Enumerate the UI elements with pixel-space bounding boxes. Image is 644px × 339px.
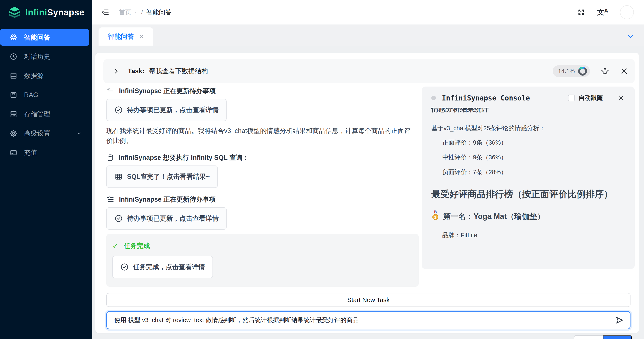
- table-icon: [114, 172, 123, 181]
- task-header: Task: 帮我查看下数据结构 14.1%: [104, 59, 635, 83]
- console-title: InfiniSynapse Console: [442, 94, 530, 102]
- task-title: 帮我查看下数据结构: [149, 67, 208, 76]
- svg-text:1: 1: [434, 215, 436, 220]
- app-root: InfiniSynapse 智能问答 对话历史: [0, 0, 644, 339]
- stat-positive: 正面评价：9条（36%）: [442, 138, 625, 147]
- task-label: Task:: [128, 67, 144, 75]
- todo-updated-button-1[interactable]: 待办事项已更新，点击查看详情: [106, 99, 226, 121]
- gear-icon: [9, 129, 18, 138]
- sql-result-button[interactable]: SQL查完了！点击看看结果~: [106, 166, 218, 188]
- tab-ai-chat[interactable]: 智能问答: [98, 28, 154, 46]
- stat-negative: 负面评价：7条（28%）: [442, 168, 625, 176]
- fullscreen-icon[interactable]: [577, 8, 585, 16]
- storage-icon: [9, 110, 18, 118]
- favorite-star-icon[interactable]: [600, 67, 610, 76]
- sidebar-item-recharge[interactable]: 充值: [0, 144, 89, 161]
- message-input-wrap: [106, 311, 630, 329]
- database-icon: [9, 72, 18, 80]
- logo: InfiniSynapse: [0, 0, 92, 25]
- sidebar-collapse-icon[interactable]: [101, 8, 110, 16]
- task-close-icon[interactable]: [620, 67, 628, 75]
- sentiment-list: 正面评价：9条（36%） 中性评价：9条（36%） 负面评价：7条（28%）: [431, 138, 625, 176]
- topbar: 首页 / 智能问答 文A: [92, 0, 644, 24]
- tab-label: 智能问答: [108, 32, 134, 41]
- sidebar-item-label: 智能问答: [24, 33, 50, 42]
- chat-step-todo-2: InfiniSynapse 正在更新待办事项: [106, 195, 419, 204]
- console-header: InfiniSynapse Console 自动跟随: [431, 94, 625, 102]
- sidebar-item-label: 数据源: [24, 71, 44, 80]
- sidebar-item-storage[interactable]: 存储管理: [0, 106, 89, 123]
- console-output: 情感分析结果统计 基于v3_chat模型对25条评论的情感分析： 正面评价：9条…: [431, 108, 625, 240]
- chat-transcript: InfiniSynapse 正在更新待办事项 待办事项已更新，点击查看详情 现在…: [104, 86, 419, 287]
- topbar-actions: 文A: [577, 5, 634, 19]
- sidebar-item-history[interactable]: 对话历史: [0, 48, 89, 65]
- tab-close-icon[interactable]: [139, 34, 144, 39]
- breadcrumb-separator: /: [141, 9, 143, 16]
- start-new-task-button[interactable]: Start New Task: [106, 293, 630, 307]
- task-complete-status: ✓ 任务完成: [112, 242, 410, 250]
- console-panel: InfiniSynapse Console 自动跟随 情感分析结: [422, 86, 635, 269]
- chat-step-sql: InfiniSynapse 想要执行 Infinity SQL 查询：: [106, 153, 419, 162]
- brand-line: 品牌：FitLife: [431, 231, 625, 240]
- todo-updated-button-2[interactable]: 待办事项已更新，点击查看详情: [106, 207, 226, 230]
- logo-text: InfiniSynapse: [25, 8, 84, 18]
- chat-step-text: InfiniSynapse 正在更新待办事项: [119, 86, 216, 96]
- chat-card: Task: 帮我查看下数据结构 14.1%: [96, 53, 639, 333]
- ai-chat-icon: [9, 33, 18, 42]
- auto-follow-checkbox[interactable]: [568, 94, 575, 101]
- checklist-icon: [106, 196, 114, 204]
- sidebar-item-label: RAG: [24, 91, 38, 99]
- chat-step-text: InfiniSynapse 正在更新待办事项: [119, 195, 216, 204]
- send-icon[interactable]: [615, 316, 624, 325]
- sidebar: InfiniSynapse 智能问答 对话历史: [0, 0, 92, 339]
- sidebar-item-label: 存储管理: [24, 110, 50, 119]
- sidebar-item-label: 充值: [24, 148, 37, 157]
- status-dot-icon: [431, 96, 436, 100]
- task-complete-block: ✓ 任务完成 任务完成，点击查看详情: [106, 234, 419, 287]
- sentiment-intro: 基于v3_chat模型对25条评论的情感分析：: [431, 124, 625, 132]
- content-area: Task: 帮我查看下数据结构 14.1%: [92, 46, 644, 339]
- logo-icon: [8, 6, 21, 19]
- gold-medal-icon: 1: [431, 210, 439, 223]
- clipped-heading-wrap: 情感分析结果统计: [431, 108, 625, 117]
- check-circle-icon: [120, 263, 129, 271]
- main-column: 首页 / 智能问答 文A 智能问答: [92, 0, 644, 339]
- chevron-down-icon: [76, 130, 82, 136]
- checklist-icon: [106, 87, 114, 95]
- chat-step-todo-1: InfiniSynapse 正在更新待办事项: [106, 86, 419, 96]
- sentiment-stats-heading: 情感分析结果统计: [431, 108, 625, 114]
- green-check-icon: ✓: [112, 242, 118, 250]
- assistant-message: 现在我来统计最受好评的商品。我将结合v3_chat模型的情感分析结果和商品信息，…: [106, 126, 414, 146]
- plan-act-switch: Plan Act: [574, 335, 632, 339]
- breadcrumb-home[interactable]: 首页: [119, 8, 138, 17]
- card-icon: [9, 148, 18, 157]
- chevron-down-icon: [133, 10, 138, 14]
- message-input[interactable]: [114, 317, 610, 324]
- breadcrumb: 首页 / 智能问答: [119, 8, 172, 17]
- plan-button[interactable]: Plan: [574, 335, 603, 339]
- auto-follow-label: 自动跟随: [578, 94, 603, 102]
- sidebar-item-ai-chat[interactable]: 智能问答: [0, 29, 89, 46]
- ranking-heading: 最受好评商品排行榜（按正面评价比例排序）: [431, 188, 625, 200]
- task-progress-value: 14.1%: [558, 68, 575, 74]
- breadcrumb-current: 智能问答: [146, 8, 172, 17]
- translate-icon[interactable]: 文A: [597, 8, 608, 17]
- package-icon: [9, 91, 18, 99]
- task-complete-detail-button[interactable]: 任务完成，点击查看详情: [112, 256, 213, 278]
- check-circle-icon: [114, 214, 123, 223]
- check-circle-icon: [114, 106, 123, 114]
- composer-meta: openai-compat:deepseek-v3-1-terminus Aut…: [106, 335, 635, 339]
- sidebar-menu: 智能问答 对话历史 数据源 RAG: [0, 25, 92, 161]
- tab-bar: 智能问答: [92, 24, 644, 46]
- task-expand-caret-icon[interactable]: [113, 68, 120, 75]
- avatar[interactable]: [620, 5, 634, 19]
- sidebar-item-rag[interactable]: RAG: [0, 86, 89, 104]
- tabbar-chevron-down-icon[interactable]: [627, 32, 634, 40]
- auto-follow-toggle[interactable]: 自动跟随: [568, 94, 603, 102]
- console-close-icon[interactable]: [618, 94, 625, 102]
- task-complete-label: 任务完成: [124, 242, 150, 250]
- sidebar-item-datasource[interactable]: 数据源: [0, 67, 89, 84]
- first-place-heading: 1 第一名：Yoga Mat（瑜伽垫）: [431, 210, 625, 223]
- sidebar-item-settings[interactable]: 高级设置: [0, 125, 89, 142]
- act-button[interactable]: Act: [603, 335, 632, 339]
